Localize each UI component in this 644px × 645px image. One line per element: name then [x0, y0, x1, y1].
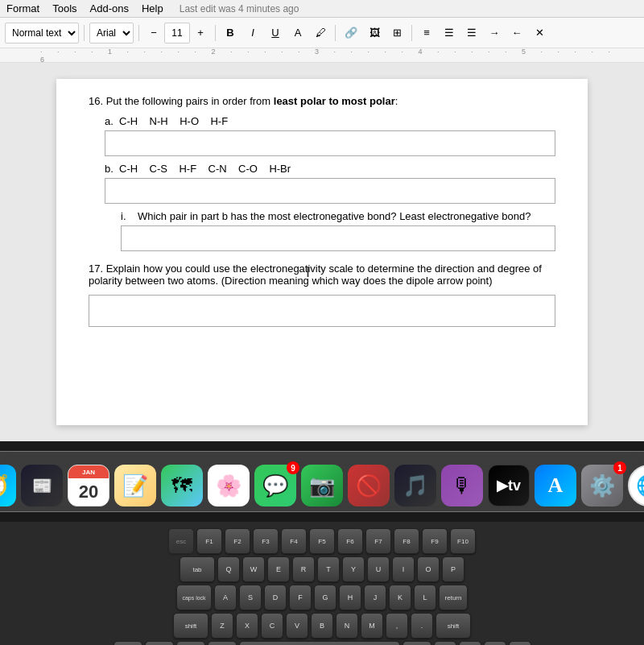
- key-enter[interactable]: return: [439, 585, 468, 610]
- key-w[interactable]: W: [242, 556, 265, 582]
- key-up[interactable]: ▲: [459, 641, 481, 645]
- key-a[interactable]: A: [214, 585, 237, 610]
- dock-news[interactable]: 📰: [21, 465, 63, 506]
- dock-safari[interactable]: 🧭: [0, 465, 16, 506]
- key-f4[interactable]: F4: [281, 528, 307, 554]
- dock-photos[interactable]: 🌸: [208, 465, 250, 506]
- key-k[interactable]: K: [389, 585, 411, 610]
- linespace-button[interactable]: ☰: [440, 23, 459, 43]
- link-button[interactable]: 🔗: [341, 23, 361, 43]
- key-p[interactable]: P: [442, 556, 464, 582]
- key-u[interactable]: U: [367, 556, 390, 582]
- key-option[interactable]: option: [176, 641, 205, 645]
- dock-tv[interactable]: ▶tv: [488, 465, 530, 506]
- key-s[interactable]: S: [239, 585, 262, 610]
- dock-podcasts[interactable]: 🎙: [441, 465, 483, 506]
- answer-box-b[interactable]: [105, 178, 555, 204]
- key-f9[interactable]: F9: [422, 528, 448, 554]
- key-z[interactable]: Z: [211, 613, 233, 639]
- key-v[interactable]: V: [286, 613, 308, 639]
- answer-box-a[interactable]: [105, 130, 555, 156]
- answer-box-17[interactable]: [89, 295, 555, 327]
- text-color-button[interactable]: A: [288, 23, 308, 43]
- key-ctrl[interactable]: control: [145, 641, 174, 645]
- key-f6[interactable]: F6: [337, 528, 363, 554]
- key-j[interactable]: J: [364, 585, 386, 610]
- key-f1[interactable]: F1: [196, 528, 222, 554]
- key-cmd-r[interactable]: ⌘: [402, 641, 431, 645]
- key-f2[interactable]: F2: [225, 528, 250, 554]
- key-f8[interactable]: F8: [394, 528, 419, 554]
- indent-right-button[interactable]: →: [485, 23, 504, 43]
- menu-help[interactable]: Help: [142, 2, 163, 14]
- list-button[interactable]: ☰: [462, 23, 481, 43]
- key-caps[interactable]: caps lock: [176, 585, 212, 610]
- key-shift-r[interactable]: shift: [436, 613, 471, 639]
- key-period[interactable]: .: [411, 613, 433, 639]
- key-o[interactable]: O: [417, 556, 440, 582]
- font-size-decrease[interactable]: −: [144, 23, 163, 43]
- image-button[interactable]: 🖼: [365, 23, 384, 43]
- dock-calendar[interactable]: JAN 20: [68, 465, 109, 506]
- dock-music[interactable]: 🎵: [394, 465, 436, 506]
- key-comma[interactable]: ,: [386, 613, 408, 639]
- key-m[interactable]: M: [361, 613, 383, 639]
- align-button[interactable]: ≡: [417, 23, 436, 43]
- key-shift-l[interactable]: shift: [173, 613, 208, 639]
- key-left[interactable]: ◀: [434, 641, 456, 645]
- key-l[interactable]: L: [414, 585, 436, 610]
- menu-tools[interactable]: Tools: [52, 2, 76, 14]
- indent-left-button[interactable]: ←: [507, 23, 526, 43]
- table-button[interactable]: ⊞: [387, 23, 407, 43]
- key-x[interactable]: X: [236, 613, 258, 639]
- menu-addons[interactable]: Add-ons: [90, 2, 129, 14]
- font-size-increase[interactable]: +: [191, 23, 210, 43]
- key-f[interactable]: F: [289, 585, 312, 610]
- key-cmd-l[interactable]: ⌘: [208, 641, 237, 645]
- style-select[interactable]: Normal text: [5, 23, 79, 43]
- key-y[interactable]: Y: [342, 556, 365, 582]
- answer-box-i[interactable]: [121, 225, 555, 251]
- italic-button[interactable]: I: [243, 23, 262, 43]
- key-fn[interactable]: fn: [114, 641, 142, 645]
- bold-button[interactable]: B: [221, 23, 240, 43]
- key-i[interactable]: I: [392, 556, 415, 582]
- dock-messages[interactable]: 💬 9: [254, 465, 296, 506]
- key-esc[interactable]: esc: [168, 528, 194, 554]
- dock-facetime[interactable]: 📷: [301, 465, 343, 506]
- dock-chrome[interactable]: 🌐: [628, 465, 644, 506]
- key-right[interactable]: ▶: [509, 641, 531, 645]
- sub-i-label: i. Which pair in part b has the most ele…: [121, 210, 555, 222]
- key-f3[interactable]: F3: [253, 528, 279, 554]
- clear-format-button[interactable]: ✕: [530, 23, 549, 43]
- dock-notes[interactable]: 📝: [114, 465, 156, 506]
- sub-question-i: i. Which pair in part b has the most ele…: [121, 210, 555, 251]
- highlight-button[interactable]: 🖊: [311, 23, 330, 43]
- dock-training[interactable]: A: [535, 465, 576, 506]
- key-e[interactable]: E: [267, 556, 290, 582]
- key-c[interactable]: C: [261, 613, 283, 639]
- dock-area: 🧭 📰 JAN 20 📝 🗺 🌸 💬 9 📷: [0, 441, 644, 522]
- key-q[interactable]: Q: [217, 556, 240, 582]
- key-tab[interactable]: tab: [180, 556, 215, 582]
- dock-maps[interactable]: 🗺: [161, 465, 203, 506]
- key-b[interactable]: B: [311, 613, 333, 639]
- key-d[interactable]: D: [264, 585, 287, 610]
- key-r[interactable]: R: [292, 556, 315, 582]
- key-f10[interactable]: F10: [450, 528, 476, 554]
- key-space[interactable]: [239, 641, 400, 645]
- key-f5[interactable]: F5: [309, 528, 335, 554]
- font-select[interactable]: Arial: [89, 23, 134, 43]
- document-page[interactable]: 16. Put the following pairs in order fro…: [56, 79, 588, 425]
- key-n[interactable]: N: [336, 613, 358, 639]
- key-g[interactable]: G: [314, 585, 336, 610]
- key-f7[interactable]: F7: [365, 528, 391, 554]
- key-t[interactable]: T: [317, 556, 340, 582]
- dock-news2[interactable]: 🚫: [348, 465, 390, 506]
- key-down[interactable]: ▼: [484, 641, 506, 645]
- key-h[interactable]: H: [339, 585, 361, 610]
- font-size-input[interactable]: [164, 23, 190, 43]
- underline-button[interactable]: U: [266, 23, 285, 43]
- dock-preferences[interactable]: ⚙️ 1: [581, 465, 623, 506]
- menu-format[interactable]: Format: [6, 2, 39, 14]
